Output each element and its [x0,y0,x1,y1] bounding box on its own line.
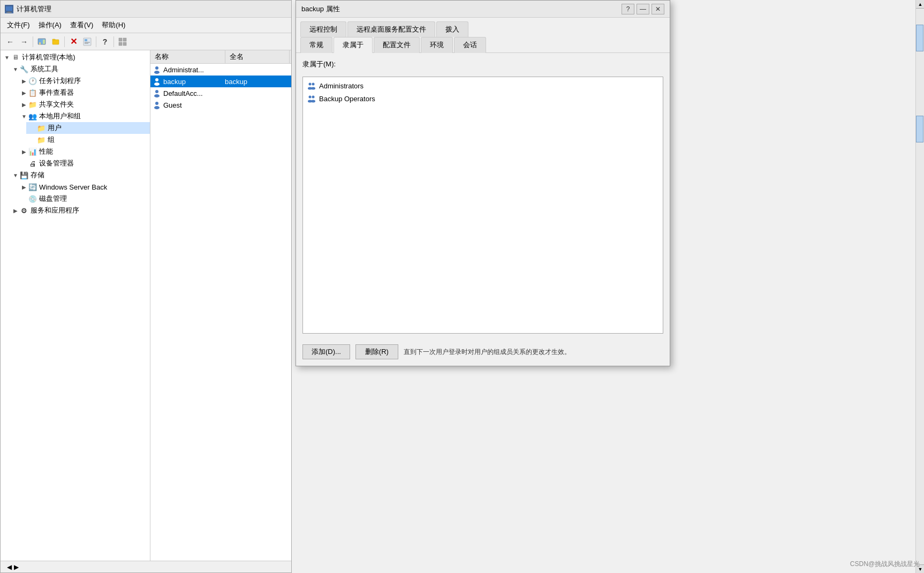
list-row-guest[interactable]: Guest [150,99,291,111]
expand-event: ▶ [20,88,28,97]
svg-rect-14 [119,42,122,46]
svg-point-24 [154,106,160,109]
expand-share: ▶ [20,100,28,109]
tab-session[interactable]: 会话 [454,37,486,53]
scroll-track [916,9,924,564]
dialog-help-button[interactable]: ? [622,4,634,14]
scroll-thumb-mid [916,116,923,142]
icon-task: 🕐 [28,77,37,85]
member-item-backup-operators[interactable]: Backup Operators [305,92,661,105]
tree-item-root[interactable]: ▼ 🖥 计算机管理(本地) [1,51,150,63]
icon-groups: 📁 [37,135,46,144]
tree-label-event: 事件查看器 [39,88,74,97]
tree-item-users[interactable]: 📁 用户 [26,122,150,134]
svg-rect-5 [43,40,45,44]
icon-storage: 💾 [20,171,28,179]
help-button[interactable]: ? [99,35,111,48]
tree-item-systool[interactable]: ▼ 🔧 系统工具 [9,63,150,75]
svg-point-28 [311,87,315,90]
add-button[interactable]: 添加(D)... [302,344,350,359]
member-name-backup-operators: Backup Operators [319,95,375,103]
expand-users [28,124,37,132]
tree-item-event[interactable]: ▶ 📋 事件查看器 [18,87,150,99]
right-scrollbar: ▲ ▼ [915,0,924,573]
list-row[interactable]: Administrat... [150,64,291,76]
scroll-up-arrow[interactable]: ▲ [916,0,924,9]
new-folder-button[interactable] [49,35,62,48]
list-name-admin: Administrat... [163,66,204,74]
member-item-administrators[interactable]: Administrators [305,79,661,92]
tree-label-winback: Windows Server Back [39,183,107,191]
icon-disk: 💿 [28,194,37,203]
tab-general[interactable]: 常规 [300,37,332,53]
tree-label-disk: 磁盘管理 [39,194,67,203]
tree-item-groups[interactable]: 📁 组 [26,134,150,146]
menu-file[interactable]: 文件(F) [3,19,34,32]
list-row-backup[interactable]: backup backup [150,76,291,87]
tree-label-service: 服务和应用程序 [31,206,79,215]
svg-rect-7 [52,39,55,40]
col-header-name[interactable]: 名称 [150,50,225,63]
dialog-min-button[interactable]: — [637,4,649,14]
tree-item-storage[interactable]: ▼ 💾 存储 [9,169,150,181]
svg-point-19 [155,78,158,81]
tree-label-task: 任务计划程序 [39,76,81,86]
tabs-row2: 常规 隶属于 配置文件 环境 会话 [296,36,670,53]
user-icon [153,65,161,74]
tab-remote-control[interactable]: 远程控制 [300,21,346,37]
tree-item-winback[interactable]: ▶ 🔄 Windows Server Back [18,181,150,193]
scroll-right[interactable]: ▶ [14,563,19,571]
tab-member-of[interactable]: 隶属于 [334,37,373,53]
tree-item-task[interactable]: ▶ 🕐 任务计划程序 [18,75,150,87]
tree-label-groups: 组 [48,135,55,145]
icon-localusers: 👥 [28,112,37,120]
guest-user-icon [153,101,161,109]
tree-item-share[interactable]: ▶ 📁 共享文件夹 [18,99,150,110]
member-of-label: 隶属于(M): [302,59,663,69]
svg-rect-15 [123,42,126,46]
list-header: 名称 全名 [150,50,291,64]
tree-item-localusers[interactable]: ▼ 👥 本地用户和组 [18,110,150,122]
expand-winback: ▶ [20,183,28,191]
delete-button[interactable]: ✕ [67,35,80,48]
tree-label-device: 设备管理器 [39,159,74,168]
list-row-default[interactable]: DefaultAcc... [150,87,291,99]
icon-share: 📁 [28,100,37,109]
properties-button[interactable] [81,35,94,48]
remove-button[interactable]: 删除(R) [355,344,398,359]
status-bar: ◀ ▶ [1,561,291,572]
icon-device: 🖨 [28,159,37,168]
tab-profile[interactable]: 配置文件 [374,37,420,53]
back-button[interactable]: ← [4,35,17,48]
icon-perf: 📊 [28,147,37,156]
menu-bar: 文件(F) 操作(A) 查看(V) 帮助(H) [1,18,291,33]
expand-localusers: ▼ [20,112,28,120]
tree-item-device[interactable]: 🖨 设备管理器 [18,157,150,169]
up-button[interactable] [35,35,48,48]
svg-rect-6 [52,40,59,44]
icon-winback: 🔄 [28,183,37,191]
svg-point-30 [312,96,315,99]
view-button[interactable] [116,35,129,48]
tab-environment[interactable]: 环境 [421,37,453,53]
col-header-fullname[interactable]: 全名 [225,50,290,63]
menu-help[interactable]: 帮助(H) [97,19,130,32]
tree-item-disk[interactable]: 💿 磁盘管理 [18,193,150,205]
tab-remote-desktop[interactable]: 远程桌面服务配置文件 [347,21,435,37]
scroll-left[interactable]: ◀ [7,563,12,571]
icon-users: 📁 [37,124,46,132]
tree-label-storage: 存储 [31,170,44,180]
menu-view[interactable]: 查看(V) [66,19,97,32]
dialog-title-bar: backup 属性 ? — ✕ [296,1,670,18]
list-name-guest: Guest [163,101,182,109]
svg-point-16 [155,66,158,70]
tab-dialin[interactable]: 拨入 [436,21,468,37]
svg-point-29 [309,96,312,99]
forward-button[interactable]: → [18,35,31,48]
svg-rect-4 [39,42,41,44]
tree-item-perf[interactable]: ▶ 📊 性能 [18,146,150,157]
dialog-close-button[interactable]: ✕ [652,4,664,14]
svg-rect-13 [123,38,126,41]
menu-action[interactable]: 操作(A) [34,19,66,32]
tree-item-service[interactable]: ▶ ⚙ 服务和应用程序 [9,205,150,216]
